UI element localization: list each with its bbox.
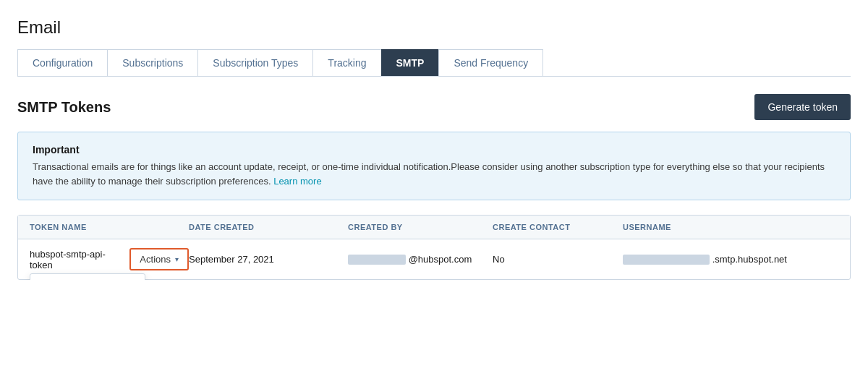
section-header: SMTP Tokens Generate token [17, 94, 851, 120]
tab-subscriptions[interactable]: Subscriptions [107, 49, 198, 76]
username-blurred [623, 255, 710, 265]
learn-more-link[interactable]: Learn more [273, 176, 321, 187]
tab-send-frequency[interactable]: Send Frequency [438, 49, 543, 76]
section-title: SMTP Tokens [17, 99, 111, 116]
col-username: USERNAME [623, 223, 838, 231]
chevron-down-icon: ▾ [175, 255, 179, 263]
generate-token-button[interactable]: Generate token [754, 94, 851, 120]
tab-configuration[interactable]: Configuration [17, 49, 108, 76]
actions-button[interactable]: Actions ▾ [129, 248, 189, 270]
token-name-cell: hubspot-smtp-api-token Actions ▾ [30, 248, 189, 270]
actions-label: Actions [140, 254, 171, 265]
table-header: TOKEN NAME DATE CREATED CREATED BY CREAT… [18, 216, 850, 239]
col-date-created: DATE CREATED [189, 223, 348, 231]
page-title: Email [17, 17, 851, 38]
col-created-by: CREATED BY [348, 223, 493, 231]
dropdown-view-details[interactable]: View details [30, 278, 145, 280]
info-box-text: Transactional emails are for things like… [33, 160, 835, 188]
tabs-container: Configuration Subscriptions Subscription… [17, 49, 851, 77]
col-token-name: TOKEN NAME [30, 223, 189, 231]
col-create-contact: CREATE CONTACT [493, 223, 623, 231]
create-contact-cell: No [493, 254, 623, 265]
tab-smtp[interactable]: SMTP [381, 49, 440, 76]
actions-dropdown: View details Reset password Delete [30, 273, 145, 280]
created-by-blurred [348, 255, 406, 265]
smtp-tokens-table: TOKEN NAME DATE CREATED CREATED BY CREAT… [17, 215, 851, 280]
tab-tracking[interactable]: Tracking [312, 49, 381, 76]
info-box: Important Transactional emails are for t… [17, 132, 851, 200]
username-cell: .smtp.hubspot.net [623, 254, 838, 265]
token-name: hubspot-smtp-api-token [30, 249, 121, 270]
date-created-cell: September 27, 2021 [189, 254, 348, 265]
info-box-title: Important [33, 144, 835, 155]
created-by-cell: @hubspot.com [348, 254, 493, 265]
created-by-suffix: @hubspot.com [409, 254, 472, 265]
tab-subscription-types[interactable]: Subscription Types [197, 49, 313, 76]
username-suffix: .smtp.hubspot.net [712, 254, 787, 265]
table-row: hubspot-smtp-api-token Actions ▾ Septemb… [18, 239, 850, 279]
